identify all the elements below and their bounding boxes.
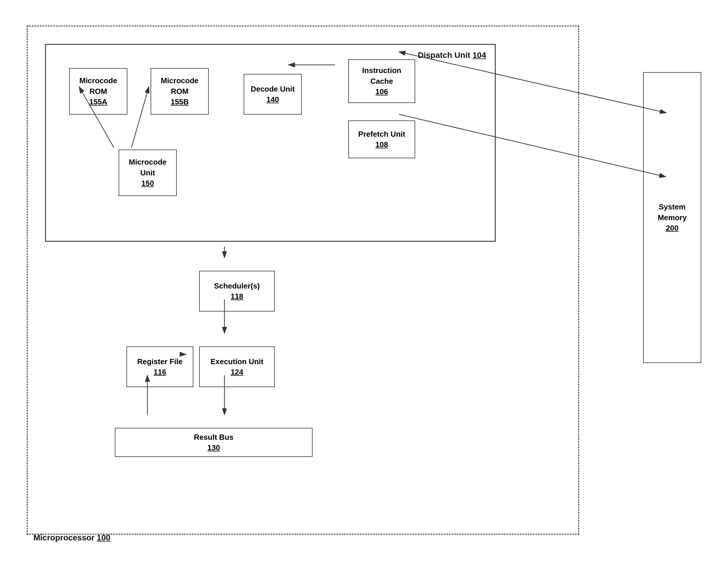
decode-unit-label: Decode Unit	[251, 84, 295, 94]
system-memory-label: SystemMemory	[658, 201, 687, 223]
execution-unit-num: 124	[231, 367, 243, 377]
prefetch-unit-label: Prefetch Unit	[358, 129, 405, 139]
prefetch-unit-num: 108	[375, 139, 388, 150]
microcode-rom-b-label: MicrocodeROM	[161, 75, 199, 97]
microcode-rom-a-num: 155A	[89, 97, 107, 107]
instruction-cache-num: 106	[375, 86, 388, 97]
instruction-cache-label: InstructionCache	[362, 65, 401, 86]
microprocessor-label: Microprocessor 100	[33, 533, 110, 542]
microcode-unit-label: MicrocodeUnit	[129, 157, 167, 178]
execution-unit-box: Execution Unit 124	[199, 347, 275, 387]
system-memory-num: 200	[666, 223, 678, 233]
microcode-unit-num: 150	[141, 178, 154, 188]
dispatch-unit-box: Dispatch Unit 104 MicrocodeROM 155A Micr…	[45, 44, 496, 242]
schedulers-label: Scheduler(s)	[214, 281, 260, 291]
microprocessor-num: 100	[97, 533, 110, 542]
dispatch-unit-num: 104	[472, 51, 486, 60]
microcode-rom-b-num: 155B	[171, 97, 189, 107]
prefetch-unit-box: Prefetch Unit 108	[348, 120, 415, 158]
diagram-canvas: Dispatch Unit 104 MicrocodeROM 155A Micr…	[15, 14, 713, 552]
register-file-box: Register File 116	[126, 347, 193, 387]
microcode-rom-b-box: MicrocodeROM 155B	[151, 68, 209, 115]
schedulers-box: Scheduler(s) 118	[199, 271, 275, 312]
execution-unit-label: Execution Unit	[210, 356, 263, 367]
register-file-label: Register File	[137, 356, 183, 367]
system-memory-box: SystemMemory 200	[643, 72, 701, 363]
decode-unit-box: Decode Unit 140	[244, 74, 302, 115]
microcode-rom-a-label: MicrocodeROM	[79, 75, 117, 97]
decode-unit-num: 140	[266, 94, 279, 105]
instruction-cache-box: InstructionCache 106	[348, 59, 415, 103]
microcode-unit-box: MicrocodeUnit 150	[119, 149, 177, 196]
microcode-rom-a-box: MicrocodeROM 155A	[69, 68, 127, 115]
result-bus-label: Result Bus	[194, 432, 233, 442]
microprocessor-box: Dispatch Unit 104 MicrocodeROM 155A Micr…	[27, 26, 579, 535]
result-bus-box: Result Bus 130	[115, 428, 313, 457]
register-file-num: 116	[154, 367, 166, 377]
dispatch-unit-label: Dispatch Unit 104	[418, 51, 486, 60]
result-bus-num: 130	[207, 442, 220, 453]
schedulers-num: 118	[231, 291, 243, 302]
